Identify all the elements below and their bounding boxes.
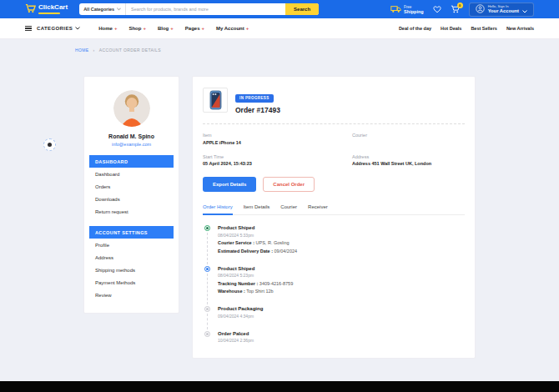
tab-courier[interactable]: Courier	[280, 204, 297, 214]
plus-icon: +	[143, 26, 146, 31]
export-details-button[interactable]: Export Details	[203, 177, 256, 192]
plus-icon: +	[114, 26, 118, 31]
timeline-title: Product Shiped	[218, 266, 465, 271]
cart-icon[interactable]: 0	[451, 5, 460, 13]
user-icon	[476, 2, 485, 17]
tab-item-details[interactable]: Item Details	[244, 204, 270, 214]
avatar	[113, 90, 150, 127]
chevron-down-icon	[522, 2, 527, 17]
timeline-detail: Warehouse : Top Shirt 12b	[218, 289, 465, 294]
timeline-detail: Courier Service : UPS, R. Gosling	[218, 240, 465, 245]
nav-best-sellers[interactable]: Best Sellers	[471, 26, 497, 31]
footer-strip	[0, 381, 559, 392]
sidebar-item-downloads[interactable]: Downloads	[84, 193, 179, 205]
cart-count-badge: 0	[457, 3, 463, 8]
timeline-entry: Product Shiped 08/04/2024 5:33pm Courier…	[203, 225, 465, 266]
timeline-entry: Product Shiped 08/04/2024 5:23pm Trackin…	[203, 266, 465, 307]
free-shipping-link[interactable]: Free Shipping	[390, 2, 424, 17]
chevron-right-icon: ›	[93, 48, 95, 53]
timeline-date: 08/04/2024 5:33pm	[218, 233, 465, 238]
field-courier: Courier	[352, 133, 465, 145]
breadcrumb-current: ACCOUNT ORDER DETAILS	[99, 48, 161, 53]
menu-icon[interactable]	[25, 26, 32, 32]
order-history-timeline: Product Shiped 08/04/2024 5:33pm Courier…	[203, 225, 465, 343]
timeline-date: 10/04/2024 2:36pm	[218, 338, 465, 343]
timeline-connector	[207, 314, 208, 329]
free-shipping-line2: Shipping	[404, 9, 424, 14]
account-label: Your Account	[488, 8, 519, 14]
free-shipping-line1: Free	[404, 5, 424, 9]
timeline-date: 09/04/2024 4:34pm	[218, 314, 465, 319]
tab-order-history[interactable]: Order History	[203, 204, 233, 215]
tab-receiver[interactable]: Receiver	[308, 204, 328, 214]
product-thumbnail	[203, 88, 228, 113]
categories-label: CATEGORIES	[37, 26, 73, 31]
search-input[interactable]	[126, 7, 285, 12]
sidebar-section-dashboard: DASHBOARD	[89, 155, 174, 168]
sidebar-item-shipping-methods[interactable]: Shipping methods	[84, 264, 179, 276]
timeline-title: Product Packaging	[218, 306, 465, 311]
timeline-detail: Tracking Number : 3409-4216-8759	[218, 281, 465, 286]
sidebar-item-orders[interactable]: Orders	[84, 180, 179, 193]
sidebar-item-review[interactable]: Review	[84, 289, 179, 301]
nav-item-my-account[interactable]: My Account+	[216, 26, 249, 31]
account-greeting: Hello, Sign In	[488, 4, 519, 8]
account-button[interactable]: Hello, Sign In Your Account	[469, 3, 534, 17]
sidebar-item-profile[interactable]: Profile	[84, 239, 179, 251]
order-details-panel: IN PROGRESS Order #17493 Item APPLE iPho…	[192, 76, 476, 359]
search-category-dropdown[interactable]: All Categories	[79, 3, 126, 15]
order-tabs: Order History Item Details Courier Recei…	[203, 204, 465, 215]
field-start-time: Start Time 05 April 2024, 15:43:23	[203, 154, 352, 167]
brand-name: ClickCart	[38, 4, 68, 11]
nav-item-pages[interactable]: Pages+	[185, 26, 204, 31]
timeline-entry: Product Packaging 09/04/2024 4:34pm	[203, 306, 465, 331]
timeline-title: Product Shiped	[218, 225, 465, 230]
search-category-label: All Categories	[83, 7, 114, 12]
plus-icon: +	[246, 26, 249, 31]
breadcrumb: HOME › ACCOUNT ORDER DETAILS	[75, 48, 559, 53]
main-nav: CATEGORIES Home+ Shop+ Blog+ Pages+ My A…	[0, 18, 559, 39]
brand-logo[interactable]: ClickCart	[25, 2, 68, 17]
logo-tagline-bar	[38, 13, 60, 14]
nav-deal-of-the-day[interactable]: Deal of the day	[399, 26, 431, 31]
plus-icon: +	[201, 26, 204, 31]
sidebar-item-return-request[interactable]: Return request	[84, 205, 179, 218]
timeline-status-dot	[204, 331, 210, 337]
floating-widget-button[interactable]	[43, 138, 56, 151]
top-header: ClickCart All Categories Search Free Shi…	[0, 0, 559, 18]
field-item: Item APPLE iPhone 14	[203, 133, 352, 145]
chevron-down-icon	[117, 7, 121, 12]
search-bar: All Categories Search	[79, 3, 319, 15]
field-address: Address Address 451 Wall Street UK, Lond…	[352, 154, 465, 167]
nav-item-home[interactable]: Home+	[98, 26, 117, 31]
sidebar-section-account-settings: ACCOUNT SETTINGS	[89, 226, 174, 239]
cancel-order-button[interactable]: Cancel Order	[263, 177, 315, 192]
shipping-truck-icon	[390, 2, 401, 17]
order-title: Order #17493	[235, 106, 280, 114]
nav-new-arrivals[interactable]: New Arrivals	[506, 26, 534, 31]
sidebar-item-dashboard[interactable]: Dashboard	[84, 168, 179, 180]
timeline-status-dot	[204, 306, 210, 312]
wishlist-heart-icon[interactable]	[433, 6, 441, 13]
nav-item-shop[interactable]: Shop+	[128, 26, 146, 31]
timeline-detail: Estimated Delivery Date : 09/04/2024	[218, 249, 465, 254]
chevron-down-icon	[75, 26, 80, 31]
profile-email-link[interactable]: info@example.com	[84, 142, 179, 147]
timeline-date: 08/04/2024 5:23pm	[218, 273, 465, 278]
timeline-title: Order Palced	[218, 331, 465, 336]
profile-name: Ronald M. Spino	[84, 133, 179, 139]
timeline-entry: Order Palced 10/04/2024 2:36pm	[203, 331, 465, 344]
search-button[interactable]: Search	[285, 3, 319, 15]
cart-logo-icon	[25, 2, 36, 17]
divider	[203, 123, 465, 124]
status-badge: IN PROGRESS	[235, 94, 274, 103]
categories-menu[interactable]: CATEGORIES	[37, 26, 80, 31]
order-fields: Item APPLE iPhone 14 Courier Start Time …	[203, 133, 465, 166]
breadcrumb-home-link[interactable]: HOME	[75, 48, 89, 53]
sidebar-item-payment-methods[interactable]: Payment Methods	[84, 276, 179, 289]
nav-item-blog[interactable]: Blog+	[158, 26, 174, 31]
sidebar-item-address[interactable]: Address	[84, 251, 179, 264]
timeline-connector	[207, 233, 208, 264]
nav-hot-deals[interactable]: Hot Deals	[441, 26, 461, 31]
plus-icon: +	[170, 26, 174, 31]
